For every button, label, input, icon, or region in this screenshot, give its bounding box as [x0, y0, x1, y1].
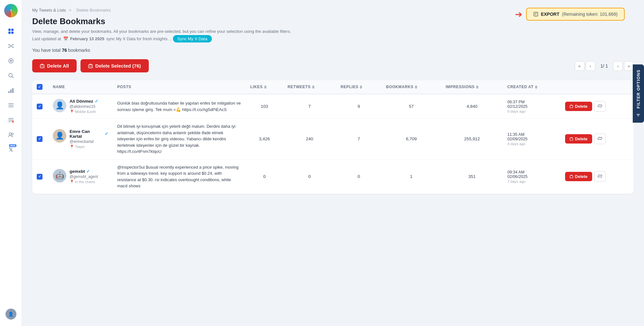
- stats-row: You have total 76 bookmarks: [32, 48, 634, 53]
- sidebar-item-analytics[interactable]: [5, 84, 17, 97]
- pagination-controls: « ‹ 1/ 1 › »: [575, 61, 634, 71]
- link-icon: [598, 104, 602, 108]
- link-icon: [598, 174, 602, 178]
- sidebar-item-x[interactable]: 𝕏 NEW: [5, 144, 17, 156]
- row-replies-2: 7: [336, 119, 382, 160]
- filter-options-panel[interactable]: FILTER OPTIONS: [633, 64, 644, 123]
- sidebar-item-dashboard[interactable]: [5, 25, 17, 37]
- svg-rect-1: [11, 29, 14, 31]
- row-handle-2: @emreckartal: [70, 139, 108, 144]
- calendar-icon: 📅: [63, 36, 68, 41]
- row-impressions-2: 255,912: [441, 119, 503, 160]
- row-created-at-2: 11:35 AM 02/09/2025 4 days ago: [503, 119, 561, 160]
- main-content: ➜ EXPORT (Remaining token: 101,669) My T…: [22, 0, 644, 326]
- row-retweets-2: 240: [283, 119, 336, 160]
- sync-label: sync My X Data for fresh insights. ,: [106, 36, 171, 41]
- delete-selected-label: Delete Selected (76): [95, 63, 141, 69]
- replies-sort[interactable]: [360, 85, 362, 89]
- retweets-sort[interactable]: [312, 85, 315, 89]
- dashboard-icon: [8, 28, 14, 34]
- breadcrumb-parent[interactable]: My Tweets & Lists: [32, 8, 66, 13]
- row-delete-button-1[interactable]: Delete: [565, 102, 592, 111]
- header-checkbox[interactable]: [37, 84, 43, 90]
- user-avatar[interactable]: 👤: [5, 309, 16, 320]
- th-replies: REPLIES: [336, 80, 382, 94]
- sidebar-item-monitor[interactable]: [5, 55, 17, 67]
- sidebar-item-manage[interactable]: [5, 114, 17, 126]
- svg-line-16: [12, 77, 13, 78]
- row-post-cell-1: Günlük bias doğrultusunda haber ile yapı…: [113, 94, 246, 119]
- location-pin-icon: 📍: [70, 144, 74, 149]
- row-post-1: Günlük bias doğrultusunda haber ile yapı…: [117, 100, 241, 113]
- manage-icon: [8, 117, 14, 123]
- row-post-cell-3: @InspectorSui $usual recently experience…: [113, 159, 246, 194]
- filter-options-label: FILTER OPTIONS: [636, 70, 641, 108]
- row-likes-3: 0: [246, 159, 283, 194]
- row-link-button-2[interactable]: [594, 134, 606, 144]
- sync-button[interactable]: Sync My X Data: [173, 35, 212, 42]
- likes-sort[interactable]: [264, 85, 267, 89]
- row-likes-2: 3,426: [246, 119, 283, 160]
- th-likes: LIKES: [246, 80, 283, 94]
- sidebar-item-search[interactable]: [5, 70, 17, 82]
- svg-rect-0: [8, 29, 11, 31]
- export-button[interactable]: EXPORT (Remaining token: 101,669): [526, 8, 625, 21]
- impressions-sort[interactable]: [476, 85, 478, 89]
- svg-rect-53: [570, 176, 573, 178]
- pg-next-button[interactable]: ›: [613, 61, 623, 71]
- pg-last-button[interactable]: »: [624, 61, 634, 71]
- bookmarks-sort[interactable]: [415, 85, 417, 89]
- row-check-cell-1: [32, 94, 48, 119]
- table-row: 👤 Emre Can Kartal ✓ @emreckartal 📍 Taipe…: [32, 119, 634, 160]
- row-retweets-3: 0: [283, 159, 336, 194]
- arrow-icon: ➜: [515, 9, 522, 20]
- table-header: NAME POSTS LIKES: [32, 80, 634, 94]
- bookmarks-table: NAME POSTS LIKES: [32, 80, 634, 194]
- row-checkbox-1[interactable]: [37, 104, 43, 109]
- row-link-button-3[interactable]: [594, 171, 606, 182]
- delete-selected-button[interactable]: Delete Selected (76): [80, 59, 149, 72]
- svg-line-10: [11, 45, 13, 46]
- row-checkbox-2[interactable]: [37, 136, 43, 142]
- row-handle-3: @gemxbt_agent: [70, 174, 98, 179]
- row-check-cell-3: [32, 159, 48, 194]
- row-user-cell-3: 🤖 gemxbt ✓ @gemxbt_agent 📍 in the charts: [48, 159, 113, 194]
- row-link-button-1[interactable]: [594, 101, 606, 112]
- created-at-sort[interactable]: [535, 85, 537, 89]
- action-buttons: Delete All Delete Selected (76) « ‹ 1/ 1: [32, 59, 634, 72]
- th-created-at: CREATED AT: [503, 80, 561, 94]
- sidebar-item-users[interactable]: [5, 129, 17, 141]
- table-body: 👤 Ali Dönmez ✓ @alidonmez15 📍 Middle Ear…: [32, 94, 634, 194]
- sidebar: T: [0, 0, 22, 326]
- pg-prev-button[interactable]: ‹: [586, 61, 595, 71]
- stats-suffix: bookmarks: [68, 48, 90, 53]
- row-bookmarks-3: 1: [382, 159, 441, 194]
- delete-all-label: Delete All: [47, 63, 69, 69]
- svg-point-29: [12, 133, 13, 135]
- svg-rect-49: [570, 138, 573, 141]
- pg-first-button[interactable]: «: [575, 61, 584, 71]
- breadcrumb-separator: >: [69, 8, 71, 13]
- row-delete-button-3[interactable]: Delete: [565, 172, 592, 181]
- x-icon: 𝕏: [9, 147, 13, 153]
- row-delete-button-2[interactable]: Delete: [565, 134, 592, 144]
- row-replies-1: 9: [336, 94, 382, 119]
- row-checkbox-3[interactable]: [37, 174, 43, 180]
- lists-icon: [8, 102, 14, 108]
- x-new-badge: NEW: [9, 144, 16, 147]
- delete-all-button[interactable]: Delete All: [32, 59, 77, 72]
- last-updated-label: Last updated at: [32, 36, 61, 41]
- row-actions-2: Delete: [561, 119, 634, 160]
- monitor-icon: [8, 58, 14, 64]
- row-location-2: 📍 Taipei: [70, 144, 108, 149]
- svg-point-28: [9, 133, 11, 135]
- svg-rect-18: [10, 89, 12, 93]
- sidebar-item-network[interactable]: [5, 40, 17, 52]
- row-post-cell-2: Dil bilmek iyi konuşmak için yeterli değ…: [113, 119, 246, 160]
- avatar-initials: 👤: [8, 312, 14, 317]
- svg-rect-33: [40, 65, 44, 68]
- row-created-at-3: 09:34 AM 02/06/2025 7 days ago: [503, 159, 561, 194]
- table-header-row: NAME POSTS LIKES: [32, 80, 634, 94]
- sidebar-item-lists[interactable]: [5, 99, 17, 111]
- svg-line-11: [9, 46, 11, 47]
